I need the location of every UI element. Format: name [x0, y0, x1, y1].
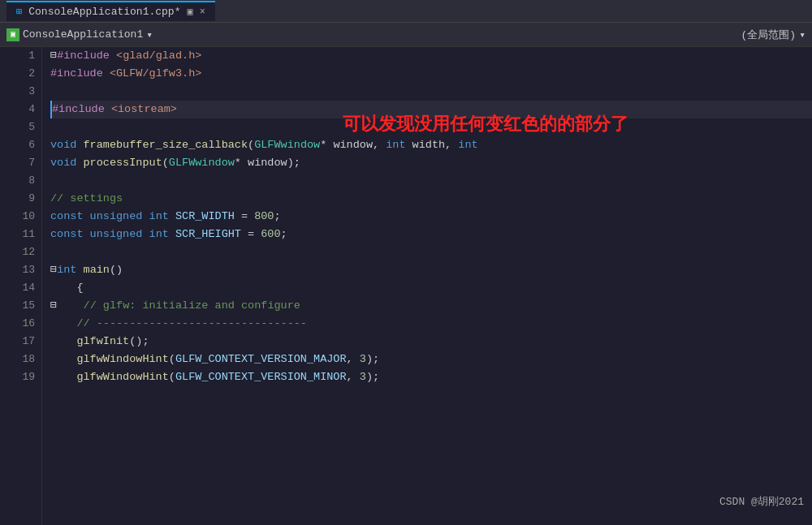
code-line: void framebuffer_size_callback(GLFWwindo…	[50, 136, 812, 154]
project-icon: ▣	[6, 28, 19, 41]
code-token: (	[162, 154, 169, 172]
line-number: 13	[0, 261, 35, 279]
code-token: // glfw: initialize and configure	[84, 297, 300, 315]
code-line: glfwWindowHint(GLFW_CONTEXT_VERSION_MAJO…	[50, 351, 812, 368]
code-token: ,	[347, 351, 360, 368]
code-token: (	[248, 136, 254, 154]
line-number: 5	[0, 118, 35, 136]
code-token: #include	[57, 47, 116, 65]
line-number: 4	[0, 101, 35, 118]
code-token: <iostream>	[111, 101, 177, 118]
code-token: const	[50, 226, 90, 243]
code-token: void	[50, 136, 84, 154]
code-token: ();	[129, 333, 149, 351]
code-token: processInput	[84, 154, 162, 172]
code-token: (	[169, 368, 175, 386]
code-token: 3	[360, 368, 366, 386]
code-token: GLFW_CONTEXT_VERSION_MINOR	[175, 368, 347, 386]
code-token: glfwWindowHint	[76, 351, 168, 368]
code-line: glfwWindowHint(GLFW_CONTEXT_VERSION_MINO…	[50, 368, 812, 386]
line-number: 8	[0, 172, 35, 190]
line-number: 14	[0, 279, 35, 297]
code-content[interactable]: ⊟#include <glad/glad.h>#include <GLFW/gl…	[42, 47, 812, 525]
scope-label: (全局范围)	[741, 28, 797, 42]
code-token: unsigned	[90, 226, 149, 243]
code-token: 600	[261, 226, 280, 243]
code-token: int	[458, 136, 477, 154]
code-token	[50, 315, 76, 333]
code-token: main	[84, 261, 110, 279]
code-token: SCR_WIDTH	[175, 208, 235, 226]
code-token: GLFW_CONTEXT_VERSION_MAJOR	[175, 351, 347, 368]
code-line	[50, 172, 812, 190]
code-token: );	[366, 368, 379, 386]
code-token: =	[235, 208, 254, 226]
code-line: ⊟ // glfw: initialize and configure	[50, 297, 812, 315]
watermark-text: CSDN @胡刚2021	[719, 494, 804, 509]
code-line: // settings	[50, 190, 812, 208]
dropdown-arrow-icon: ▾	[146, 28, 153, 41]
code-token: ;	[281, 226, 287, 243]
code-token: ⊟	[50, 261, 57, 279]
code-lines: ⊟#include <glad/glad.h>#include <GLFW/gl…	[42, 47, 812, 386]
tab-close-button[interactable]: ×	[200, 6, 205, 18]
code-token: int	[57, 261, 83, 279]
tab-filename: ConsoleApplication1.cpp*	[28, 6, 180, 18]
line-number: 9	[0, 190, 35, 208]
code-token: SCR_HEIGHT	[175, 226, 241, 243]
title-bar: ⊞ ConsoleApplication1.cpp* ▣ ×	[0, 0, 812, 23]
code-token: =	[241, 226, 261, 243]
code-token: const	[50, 208, 90, 226]
line-number: 15	[0, 297, 35, 315]
code-token: * window,	[320, 136, 386, 154]
code-token: (	[169, 351, 175, 368]
code-token: glfwWindowHint	[76, 368, 168, 386]
code-token: glfwInit	[76, 333, 129, 351]
code-token: int	[386, 136, 405, 154]
code-line: const unsigned int SCR_WIDTH = 800;	[50, 208, 812, 226]
code-token: 800	[254, 208, 274, 226]
code-line: ⊟int main()	[50, 261, 812, 279]
code-token: * window);	[235, 154, 300, 172]
code-line	[50, 118, 812, 136]
code-token: int	[149, 226, 175, 243]
code-line: #include <GLFW/glfw3.h>	[50, 65, 812, 83]
code-line: #include <iostream>	[50, 101, 812, 118]
line-number: 2	[0, 65, 35, 83]
scope-selector[interactable]: (全局范围) ▾	[741, 28, 806, 42]
line-number: 1	[0, 47, 35, 65]
code-token: width,	[406, 136, 459, 154]
code-token: GLFWwindow	[169, 154, 235, 172]
code-token	[50, 351, 76, 368]
code-line: // --------------------------------	[50, 315, 812, 333]
editor: 12345678910111213141516171819 ⊟#include …	[0, 47, 812, 525]
line-number: 11	[0, 226, 35, 243]
line-number: 16	[0, 315, 35, 333]
code-token: <GLFW/glfw3.h>	[110, 65, 201, 83]
code-token: GLFWwindow	[254, 136, 320, 154]
project-name: ConsoleApplication1	[23, 28, 143, 41]
code-line	[50, 83, 812, 101]
code-line: const unsigned int SCR_HEIGHT = 600;	[50, 226, 812, 243]
code-line: {	[50, 279, 812, 297]
line-number: 18	[0, 351, 35, 368]
code-token: // settings	[50, 190, 123, 208]
code-line: ⊟#include <glad/glad.h>	[50, 47, 812, 65]
code-token: {	[50, 279, 84, 297]
project-selector[interactable]: ▣ ConsoleApplication1 ▾	[6, 28, 153, 41]
line-number: 17	[0, 333, 35, 351]
code-token: // --------------------------------	[76, 315, 307, 333]
code-token: #include	[50, 65, 110, 83]
line-number: 19	[0, 368, 35, 386]
code-token: 3	[360, 351, 366, 368]
code-token: ⊟	[50, 47, 57, 65]
line-number: 6	[0, 136, 35, 154]
code-token: int	[149, 208, 175, 226]
file-tab[interactable]: ⊞ ConsoleApplication1.cpp* ▣ ×	[6, 1, 215, 21]
code-token: );	[366, 351, 379, 368]
code-token: unsigned	[90, 208, 149, 226]
code-token	[50, 368, 76, 386]
file-icon: ⊞	[16, 6, 22, 18]
code-line: void processInput(GLFWwindow* window);	[50, 154, 812, 172]
tab-pin[interactable]: ▣	[187, 6, 192, 18]
